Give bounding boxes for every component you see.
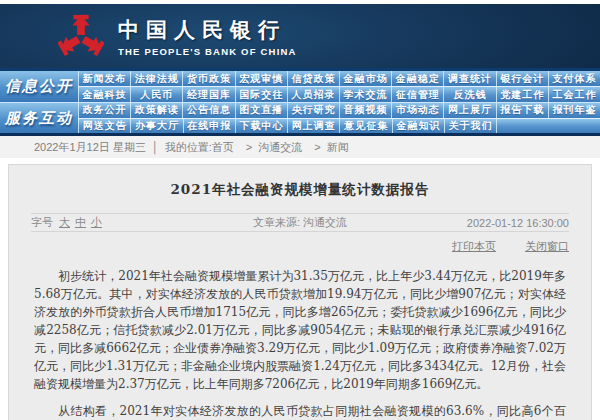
nav-item[interactable]: 金融知识: [392, 119, 444, 134]
article-body: 初步统计，2021年社会融资规模增量累计为31.35万亿元，比上年少3.44万亿…: [34, 267, 566, 420]
nav-item[interactable]: 网上调查: [287, 119, 339, 134]
nav-item[interactable]: 金融科技: [78, 87, 130, 102]
close-window-link[interactable]: 关闭窗口: [525, 240, 569, 252]
nav-item[interactable]: 报刊年鉴: [548, 103, 600, 118]
article-datetime: 2022-01-12 16:30:00: [397, 217, 569, 229]
breadcrumb-divider: │: [152, 141, 159, 153]
nav-item[interactable]: 信贷政策: [287, 71, 339, 86]
nav-item[interactable]: 国际交往: [235, 87, 287, 102]
nav-item[interactable]: 办事大厅: [130, 119, 182, 134]
bank-name-en: THE PEOPLE'S BANK OF CHINA: [118, 46, 297, 57]
nav-item[interactable]: 工会工作: [548, 87, 600, 102]
main-navigation: 信息公开新闻发布法律法规货币政策宏观审慎信贷政策金融市场金融稳定调查统计银行会计…: [0, 71, 600, 133]
nav-item[interactable]: 金融稳定: [391, 71, 443, 86]
breadcrumb-location-home[interactable]: 我的位置:首页: [165, 140, 234, 155]
font-size-option[interactable]: 小: [91, 216, 102, 228]
nav-row: 网送文告办事大厅在线申报下载中心网上调查意见征集金融知识关于我们: [78, 118, 600, 134]
nav-item[interactable]: 货币政策: [182, 71, 234, 86]
nav-section-1: 服务互动政务公开政策解读公告信息图文直播央行研究音频视频市场动态网上展厅报告下载…: [0, 102, 600, 133]
nav-filler: [496, 119, 600, 134]
article-meta-bar: 字号 大中小 文章来源: 沟通交流 2022-01-12 16:30:00: [31, 213, 569, 232]
article-paragraph: 初步统计，2021年社会融资规模增量累计为31.35万亿元，比上年少3.44万亿…: [34, 267, 566, 393]
breadcrumb-date: 2022年1月12日 星期三: [34, 140, 146, 155]
article-paragraph: 从结构看，2021年对实体经济发放的人民币贷款占同期社会融资规模的63.6%，同…: [34, 402, 566, 420]
font-size-label: 字号: [31, 215, 53, 230]
nav-item[interactable]: 党建工作: [496, 87, 548, 102]
pboc-emblem-icon: [58, 13, 104, 59]
nav-section-0: 信息公开新闻发布法律法规货币政策宏观审慎信贷政策金融市场金融稳定调查统计银行会计…: [0, 71, 600, 102]
article-source: 文章来源: 沟通交流: [203, 215, 397, 230]
nav-item[interactable]: 宏观审慎: [235, 71, 287, 86]
article-title: 2021年社会融资规模增量统计数据报告: [9, 181, 591, 199]
nav-item[interactable]: 新闻发布: [78, 71, 130, 86]
nav-section-rows: 政务公开政策解读公告信息图文直播央行研究音频视频市场动态网上展厅报告下载报刊年鉴…: [78, 103, 600, 133]
breadcrumb-link[interactable]: 沟通交流: [258, 141, 302, 153]
nav-item[interactable]: 经理国库: [182, 87, 234, 102]
nav-item[interactable]: 反洗钱: [443, 87, 495, 102]
nav-item[interactable]: 网送文告: [78, 119, 130, 134]
nav-item[interactable]: 图文直播: [235, 103, 287, 118]
bank-name-cn: 中国人民银行: [118, 16, 297, 44]
font-size-option[interactable]: 大: [59, 216, 70, 228]
nav-item[interactable]: 法律法规: [130, 71, 182, 86]
breadcrumb-path: >沟通交流>新闻: [240, 140, 355, 155]
nav-item[interactable]: 下载中心: [235, 119, 287, 134]
nav-row: 新闻发布法律法规货币政策宏观审慎信贷政策金融市场金融稳定调查统计银行会计支付体系: [78, 71, 600, 86]
breadcrumb-link[interactable]: 新闻: [327, 141, 349, 153]
nav-item[interactable]: 学术交流: [339, 87, 391, 102]
nav-row: 政务公开政策解读公告信息图文直播央行研究音频视频市场动态网上展厅报告下载报刊年鉴: [78, 103, 600, 118]
nav-item[interactable]: 在线申报: [183, 119, 235, 134]
nav-section-label[interactable]: 信息公开: [0, 71, 78, 102]
breadcrumb-arrow: >: [246, 141, 252, 153]
nav-row: 金融科技人民币经理国库国际交往人员招录学术交流征信管理反洗钱党建工作工会工作: [78, 86, 600, 102]
pboc-logo[interactable]: 中国人民银行 THE PEOPLE'S BANK OF CHINA: [58, 13, 297, 59]
nav-item[interactable]: 征信管理: [391, 87, 443, 102]
nav-item[interactable]: 政务公开: [78, 103, 130, 118]
article-actions: 打印本页 关闭窗口: [9, 239, 569, 254]
breadcrumb: 2022年1月12日 星期三 │ 我的位置:首页 >沟通交流>新闻: [0, 136, 600, 158]
nav-item[interactable]: 政策解读: [130, 103, 182, 118]
font-size-links: 大中小: [59, 215, 107, 230]
breadcrumb-arrow: >: [314, 141, 320, 153]
font-size-option[interactable]: 中: [75, 216, 86, 228]
nav-item[interactable]: 市场动态: [391, 103, 443, 118]
nav-item[interactable]: 人员招录: [287, 87, 339, 102]
nav-item[interactable]: 公告信息: [182, 103, 234, 118]
article-panel: 2021年社会融资规模增量统计数据报告 字号 大中小 文章来源: 沟通交流 20…: [8, 164, 592, 420]
nav-section-label[interactable]: 服务互动: [0, 103, 78, 133]
nav-item[interactable]: 网上展厅: [443, 103, 495, 118]
nav-item[interactable]: 银行会计: [496, 71, 548, 86]
nav-item[interactable]: 支付体系: [548, 71, 600, 86]
nav-section-rows: 新闻发布法律法规货币政策宏观审慎信贷政策金融市场金融稳定调查统计银行会计支付体系…: [78, 71, 600, 102]
site-header: 中国人民银行 THE PEOPLE'S BANK OF CHINA: [0, 4, 600, 68]
nav-item[interactable]: 意见征集: [339, 119, 391, 134]
nav-item[interactable]: 央行研究: [287, 103, 339, 118]
nav-item[interactable]: 报告下载: [496, 103, 548, 118]
nav-item[interactable]: 关于我们: [444, 119, 496, 134]
nav-item[interactable]: 音频视频: [339, 103, 391, 118]
nav-item[interactable]: 调查统计: [443, 71, 495, 86]
print-page-link[interactable]: 打印本页: [452, 240, 496, 252]
font-size-selector: 字号 大中小: [31, 215, 203, 230]
nav-item[interactable]: 人民币: [130, 87, 182, 102]
nav-item[interactable]: 金融市场: [339, 71, 391, 86]
